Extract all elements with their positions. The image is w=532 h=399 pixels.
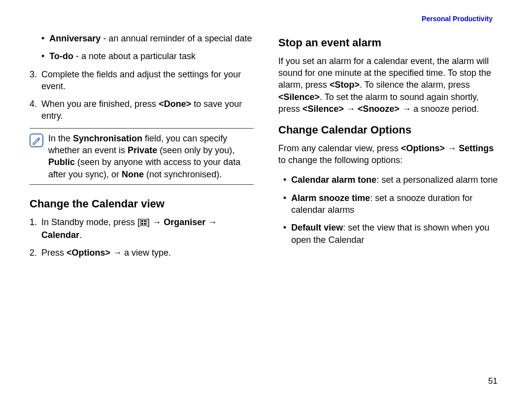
numbered-step: 2. Press <Options> → a view type. bbox=[30, 247, 254, 259]
text-bold: <Snooze> bbox=[358, 104, 399, 114]
term-rest: : set a personalized alarm tone bbox=[376, 175, 498, 185]
svg-rect-1 bbox=[141, 220, 143, 222]
text: (seen only by you), bbox=[157, 145, 234, 155]
svg-rect-4 bbox=[144, 223, 146, 225]
text: Complete the fields and adjust the setti… bbox=[41, 69, 241, 91]
paragraph: If you set an alarm for a calendar event… bbox=[278, 55, 502, 115]
text-bold: <Silence> bbox=[278, 92, 320, 102]
text: ] → bbox=[147, 217, 164, 227]
text: → a snooze period. bbox=[399, 104, 479, 114]
step-number: 1. bbox=[30, 216, 41, 241]
step-number: 4. bbox=[30, 98, 41, 122]
heading-stop-alarm: Stop an event alarm bbox=[278, 35, 502, 50]
list-item: Calendar alarm tone: set a personalized … bbox=[278, 174, 502, 186]
content-columns: Anniversary - an annual reminder of a sp… bbox=[30, 33, 502, 265]
term-bold: Calendar alarm tone bbox=[291, 175, 376, 185]
options-list: Calendar alarm tone: set a personalized … bbox=[278, 174, 502, 245]
text: In Standby mode, press [ bbox=[41, 217, 140, 227]
text: . bbox=[79, 230, 82, 240]
note-callout: In the Synchronisation field, you can sp… bbox=[30, 128, 254, 185]
numbered-step: 3. Complete the fields and adjust the se… bbox=[30, 68, 254, 93]
text-bold: Settings bbox=[459, 143, 494, 153]
text-bold: <Done> bbox=[159, 99, 191, 109]
term-bold: Alarm snooze time bbox=[291, 193, 370, 203]
step-text: Complete the fields and adjust the setti… bbox=[41, 68, 254, 93]
list-item: Alarm snooze time: set a snooze duration… bbox=[278, 192, 502, 216]
step-number: 2. bbox=[30, 247, 41, 259]
heading-change-options: Change Calendar Options bbox=[278, 123, 502, 137]
right-column: Stop an event alarm If you set an alarm … bbox=[278, 33, 502, 265]
term-bold: Default view bbox=[291, 223, 343, 233]
text-bold: Public bbox=[48, 157, 75, 167]
text-bold: <Stop> bbox=[330, 80, 360, 90]
step-text: In Standby mode, press [] → Organiser → … bbox=[41, 216, 254, 241]
step-text: Press <Options> → a view type. bbox=[41, 247, 254, 259]
text: to change the following options: bbox=[278, 155, 402, 165]
menu-key-icon bbox=[140, 217, 147, 229]
text-bold: Synchronisation bbox=[73, 133, 142, 143]
text: In the bbox=[48, 133, 73, 143]
text-bold: <Silence> bbox=[302, 104, 344, 114]
text-bold: <Options> bbox=[66, 248, 110, 258]
bullet-text: Alarm snooze time: set a snooze duration… bbox=[291, 192, 502, 216]
bullet-text: Anniversary - an annual reminder of a sp… bbox=[49, 33, 254, 44]
numbered-step: 1. In Standby mode, press [] → Organiser… bbox=[30, 216, 254, 241]
text: → a view type. bbox=[110, 248, 171, 258]
text: → bbox=[344, 104, 358, 114]
bullet-text: Calendar alarm tone: set a personalized … bbox=[291, 174, 502, 186]
text: Press bbox=[41, 248, 66, 258]
text: When you are finished, press bbox=[41, 99, 159, 109]
list-item: Default view: set the view that is shown… bbox=[278, 222, 502, 246]
term-bold: To-do bbox=[49, 51, 73, 61]
note-icon bbox=[30, 133, 43, 147]
step-text: When you are finished, press <Done> to s… bbox=[41, 98, 254, 122]
list-item: To-do - a note about a particular task bbox=[30, 50, 254, 62]
list-item: Anniversary - an annual reminder of a sp… bbox=[30, 33, 254, 44]
section-header: Personal Productivity bbox=[30, 15, 502, 23]
page-number: 51 bbox=[488, 376, 498, 386]
bullet-icon bbox=[283, 174, 291, 186]
text-bold: None bbox=[122, 169, 144, 179]
numbered-step: 4. When you are finished, press <Done> t… bbox=[30, 98, 254, 122]
bullet-icon bbox=[41, 50, 49, 62]
svg-rect-2 bbox=[144, 220, 146, 222]
bullet-icon bbox=[283, 222, 291, 246]
bullet-text: To-do - a note about a particular task bbox=[49, 50, 254, 62]
text: → bbox=[445, 143, 459, 153]
left-column: Anniversary - an annual reminder of a sp… bbox=[30, 33, 254, 265]
step-number: 3. bbox=[30, 68, 41, 93]
svg-rect-3 bbox=[141, 223, 143, 225]
term-rest: - a note about a particular task bbox=[73, 51, 196, 61]
text-bold: Private bbox=[128, 145, 157, 155]
text: (not synchronised). bbox=[144, 169, 222, 179]
text: From any calendar view, press bbox=[278, 143, 401, 153]
bullet-icon bbox=[283, 192, 291, 216]
note-text: In the Synchronisation field, you can sp… bbox=[48, 133, 254, 180]
term-bold: Anniversary bbox=[49, 33, 100, 43]
paragraph: From any calendar view, press <Options> … bbox=[278, 142, 502, 166]
term-rest: - an annual reminder of a special date bbox=[100, 33, 252, 43]
heading-change-view: Change the Calendar view bbox=[30, 197, 254, 211]
text-bold: <Options> bbox=[401, 143, 445, 153]
bullet-text: Default view: set the view that is shown… bbox=[291, 222, 502, 246]
bullet-icon bbox=[41, 33, 49, 44]
text: . To silence the alarm, press bbox=[360, 80, 470, 90]
